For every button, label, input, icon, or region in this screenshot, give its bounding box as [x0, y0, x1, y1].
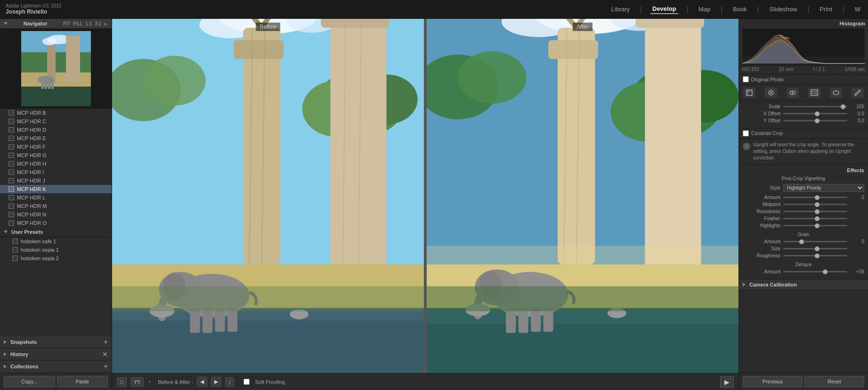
nav-fit[interactable]: FIT	[63, 21, 70, 26]
spot-heal-tool[interactable]	[765, 88, 777, 98]
xoffset-thumb[interactable]	[815, 111, 819, 116]
dehaze-amount-row: Amount +39	[743, 269, 864, 274]
grain-size-thumb[interactable]	[815, 247, 819, 251]
graduated-filter-tool[interactable]	[808, 88, 820, 98]
camera-calibration-header[interactable]: Camera Calibration	[739, 279, 868, 290]
preset-mcp-hdr-f[interactable]: MCP HDR F	[0, 143, 112, 151]
preset-mcp-hdr-m[interactable]: MCP HDR M	[0, 202, 112, 210]
constrain-crop-checkbox[interactable]	[743, 130, 749, 136]
feather-track[interactable]	[783, 218, 847, 219]
snapshots-header[interactable]: Snapshots +	[0, 336, 112, 349]
soft-proofing-checkbox[interactable]	[243, 379, 250, 385]
nav-print[interactable]: Print	[818, 5, 834, 14]
nav-1to1[interactable]: 1:1	[85, 21, 92, 26]
swap-left-btn[interactable]: ◀	[197, 377, 207, 387]
preset-mcp-hdr-c[interactable]: MCP HDR C	[0, 117, 112, 126]
preset-hoboken-sepia2[interactable]: hoboken sepia 2	[0, 254, 112, 263]
adjustment-brush-tool[interactable]	[852, 88, 864, 98]
red-eye-tool[interactable]	[787, 88, 799, 98]
shutter-speed: 1/506 sec	[845, 67, 865, 72]
grain-amount-value: 0	[850, 239, 864, 244]
svg-rect-79	[215, 308, 225, 332]
nav-book[interactable]: Book	[731, 5, 749, 14]
roundness-track[interactable]	[783, 211, 847, 212]
original-photo-checkbox[interactable]	[743, 76, 749, 82]
reset-button[interactable]: Reset	[804, 376, 864, 387]
midpoint-thumb[interactable]	[815, 202, 819, 207]
paste-button[interactable]: Paste	[57, 376, 108, 387]
nav-3to1[interactable]: 3:1	[95, 21, 101, 26]
copy-button[interactable]: Copy...	[4, 376, 55, 387]
grain-size-track[interactable]	[783, 248, 847, 249]
history-header[interactable]: History ✕	[0, 349, 112, 360]
highlights-thumb[interactable]	[815, 223, 819, 228]
dehaze-amount-track[interactable]	[783, 271, 847, 272]
grain-amount-track[interactable]	[783, 241, 847, 242]
grain-roughness-thumb[interactable]	[815, 254, 819, 258]
yoffset-row: Y Offset 0.0	[743, 118, 864, 123]
view-split-btn[interactable]: YY	[130, 377, 144, 387]
highlights-row: Highlights	[743, 223, 864, 228]
collections-header[interactable]: Collections +	[0, 360, 112, 373]
svg-rect-99	[636, 19, 705, 28]
style-select[interactable]: Highlight Priority Color Priority Paint …	[783, 184, 864, 192]
nav-map[interactable]: Map	[697, 5, 712, 14]
amount-track[interactable]	[783, 197, 847, 198]
nav-fill[interactable]: FILL	[73, 21, 82, 26]
preset-mcp-hdr-i[interactable]: MCP HDR I	[0, 168, 112, 176]
view-single-btn[interactable]: □	[117, 377, 127, 387]
collections-add-btn[interactable]: +	[104, 363, 108, 370]
after-label: After	[573, 23, 592, 31]
grain-roughness-track[interactable]	[783, 255, 847, 256]
svg-rect-84	[112, 286, 424, 311]
preset-mcp-hdr-h[interactable]: MCP HDR H	[0, 159, 112, 168]
preset-mcp-hdr-b[interactable]: MCP HDR B	[0, 109, 112, 117]
preset-mcp-hdr-l[interactable]: MCP HDR L	[0, 193, 112, 202]
nav-w[interactable]: W	[853, 5, 862, 14]
radial-filter-tool[interactable]	[830, 88, 842, 98]
midpoint-track[interactable]	[783, 204, 847, 205]
feather-thumb[interactable]	[815, 216, 819, 221]
navigator-header[interactable]: Navigator FIT FILL 1:1 3:1 ▶	[0, 19, 112, 29]
preset-mcp-hdr-o[interactable]: MCP HDR O	[0, 219, 112, 227]
swap-orient-btn[interactable]: ↕	[225, 377, 235, 387]
preset-mcp-hdr-g[interactable]: MCP HDR G	[0, 151, 112, 159]
svg-rect-95	[548, 40, 598, 59]
swap-right-btn[interactable]: ▶	[211, 377, 221, 387]
preset-mcp-hdr-j[interactable]: MCP HDR J	[0, 176, 112, 185]
iso-value: ISO 250	[742, 67, 759, 72]
svg-rect-12	[48, 82, 50, 89]
filmstrip-toggle-btn[interactable]: ▶	[720, 376, 734, 388]
navigator-title: Navigator	[24, 21, 48, 26]
preset-mcp-hdr-d[interactable]: MCP HDR D	[0, 126, 112, 134]
snapshots-title: Snapshots	[10, 339, 37, 345]
history-close-btn[interactable]: ✕	[102, 351, 108, 358]
roundness-thumb[interactable]	[815, 209, 819, 214]
nav-library[interactable]: Library	[609, 5, 632, 14]
preset-mcp-hdr-n[interactable]: MCP HDR N	[0, 210, 112, 219]
preset-hoboken-sepia1[interactable]: hoboken sepia 1	[0, 246, 112, 254]
scale-thumb[interactable]	[841, 104, 845, 109]
xoffset-track[interactable]	[783, 113, 847, 114]
history-title: History	[10, 351, 28, 357]
user-presets-header[interactable]: User Presets	[0, 227, 112, 237]
preset-mcp-hdr-k[interactable]: MCP HDR K	[0, 185, 112, 193]
dehaze-amount-thumb[interactable]	[823, 270, 827, 274]
previous-button[interactable]: Previous	[743, 376, 803, 387]
nav-develop[interactable]: Develop	[650, 4, 678, 14]
grain-size-row: Size	[743, 246, 864, 251]
preset-mcp-hdr-e[interactable]: MCP HDR E	[0, 134, 112, 143]
preset-hoboken-cafe[interactable]: hoboken cafe 1	[0, 237, 112, 246]
scale-track[interactable]	[783, 106, 847, 107]
crop-tool[interactable]	[743, 88, 755, 98]
nav-slideshow[interactable]: Slideshow	[767, 5, 799, 14]
scale-section: Scale 100 X Offset 0.0 Y Offset 0.0	[739, 101, 868, 128]
highlights-track[interactable]	[783, 225, 847, 226]
yoffset-track[interactable]	[783, 120, 847, 121]
preset-list: MCP HDR B MCP HDR C MCP HDR D MCP HDR E …	[0, 109, 112, 335]
snapshots-toggle	[4, 340, 7, 344]
yoffset-thumb[interactable]	[815, 119, 819, 123]
snapshots-add-btn[interactable]: +	[104, 338, 108, 346]
grain-amount-thumb[interactable]	[799, 239, 804, 244]
amount-thumb[interactable]	[815, 195, 819, 200]
